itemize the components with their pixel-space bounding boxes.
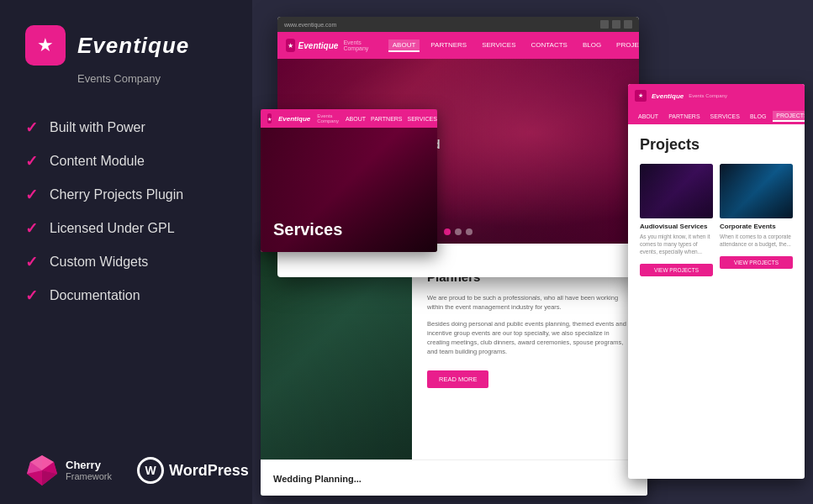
pn-partners[interactable]: PARTNERS [665, 112, 703, 121]
check-icon-0: ✓ [25, 118, 38, 137]
projects-body: Projects Audiovisual Services As you mig… [628, 124, 805, 288]
screenshot-projects: ★ Eventique Events Company ABOUT PARTNER… [628, 84, 805, 479]
ss-nav-partners[interactable]: PARTNERS [426, 39, 471, 52]
left-panel: ★ Eventique Events Company ✓ Built with … [0, 0, 252, 504]
project-btn-0[interactable]: VIEW PROJECTS [640, 264, 713, 276]
ss-company: Events Company [343, 39, 372, 51]
feature-item-1: ✓ Content Module [25, 152, 227, 171]
proj-brand: Eventique [652, 92, 684, 100]
project-desc-1: When it comes to a corporate attendance … [720, 233, 793, 248]
ss-icon-1 [600, 20, 609, 29]
pn-services[interactable]: SERVICES [707, 112, 743, 121]
feature-label-4: Custom Widgets [50, 255, 148, 270]
ss-nav-projects[interactable]: PROJECTS [612, 39, 639, 52]
check-icon-3: ✓ [25, 219, 38, 238]
project-btn-1[interactable]: VIEW PROJECTS [720, 256, 793, 269]
ss-icon-3 [624, 20, 632, 29]
services-bg: ★ Eventique Events Company ABOUT PARTNER… [261, 109, 437, 252]
project-card-0: Audiovisual Services As you might know, … [640, 164, 713, 276]
services-nav: ★ Eventique Events Company ABOUT PARTNER… [261, 109, 437, 128]
cherry-diamond-icon [25, 454, 59, 487]
cherry-logo: Cherry Framework [25, 454, 112, 487]
projects-grid: Audiovisual Services As you might know, … [640, 164, 793, 276]
feature-item-0: ✓ Built with Power [25, 118, 227, 137]
project-thumb-dj [640, 164, 713, 218]
about-bottom: Wedding Planning... [261, 459, 647, 496]
ss-logo-box: ★ [286, 39, 295, 52]
dot-2[interactable] [455, 228, 462, 235]
check-icon-5: ✓ [25, 286, 38, 305]
ss-topbar: www.eventique.com [277, 17, 639, 32]
services-company: Events Company [317, 113, 339, 123]
about-para-2: Besides doing personal and public events… [427, 319, 632, 357]
feature-item-4: ✓ Custom Widgets [25, 253, 227, 271]
cherry-name: Cherry [66, 459, 112, 471]
about-bottom-title: Wedding Planning... [273, 474, 362, 484]
project-name-1: Corporate Events [720, 223, 793, 230]
check-icon-1: ✓ [25, 152, 38, 171]
screenshot-services: ★ Eventique Events Company ABOUT PARTNER… [261, 109, 437, 252]
cherry-text: Cherry Framework [66, 459, 112, 481]
brand-header: ★ Eventique [25, 25, 227, 66]
ss-nav-contacts[interactable]: CONTACTS [526, 39, 571, 52]
feature-label-2: Cherry Projects Plugin [50, 187, 183, 202]
about-para-1: We are proud to be such a professionals,… [427, 293, 632, 312]
feature-item-5: ✓ Documentation [25, 286, 227, 305]
ss-icon-2 [612, 20, 620, 29]
wp-circle-icon: W [137, 457, 164, 484]
pn-about[interactable]: ABOUT [635, 112, 662, 121]
feature-label-1: Content Module [50, 154, 145, 169]
ss-topbar-icons [600, 20, 632, 29]
check-icon-2: ✓ [25, 186, 38, 204]
ss-nav-blog[interactable]: BLOG [578, 39, 605, 52]
wordpress-text: WordPress [169, 462, 249, 480]
services-brand: Eventique [278, 115, 310, 123]
proj-nav-logo: ★ [635, 90, 647, 102]
services-nav-items: ABOUT PARTNERS SERVICES [346, 116, 437, 122]
brand-name: Eventique [77, 33, 189, 59]
ss-url-text: www.eventique.com [284, 22, 336, 28]
ss-nav-about[interactable]: ABOUT [388, 39, 420, 52]
star-icon: ★ [37, 34, 54, 56]
srv-nav-services[interactable]: SERVICES [408, 116, 437, 122]
proj-company: Events Company [689, 93, 727, 98]
proj-nav-2: ABOUT PARTNERS SERVICES BLOG PROJECTS CO… [628, 108, 805, 124]
brand-icon: ★ [25, 25, 66, 66]
project-card-1: Corporate Events When it comes to a corp… [720, 164, 793, 276]
srv-nav-partners[interactable]: PARTNERS [371, 116, 402, 122]
feature-item-3: ✓ Licensed Under GPL [25, 219, 227, 238]
ss-nav-services[interactable]: SERVICES [478, 39, 520, 52]
hero-dots [444, 228, 472, 235]
pn-projects[interactable]: PROJECTS [773, 111, 805, 122]
footer-logos: Cherry Framework W WordPress [25, 454, 227, 487]
ss-brand: Eventique [298, 41, 339, 50]
services-title: Services [273, 220, 425, 239]
feature-label-5: Documentation [50, 288, 140, 303]
services-logo: ★ [267, 113, 272, 123]
feature-label-3: Licensed Under GPL [50, 221, 175, 236]
dot-3[interactable] [466, 228, 472, 235]
feature-item-2: ✓ Cherry Projects Plugin [25, 186, 227, 204]
feature-label-0: Built with Power [50, 120, 145, 135]
brand-tagline: Events Company [77, 72, 227, 85]
about-read-more-button[interactable]: READ MORE [427, 370, 488, 388]
pn-blog[interactable]: BLOG [747, 112, 769, 121]
projects-nav: ★ Eventique Events Company [628, 84, 805, 108]
check-icon-4: ✓ [25, 253, 38, 271]
dot-1[interactable] [444, 228, 451, 235]
project-name-0: Audiovisual Services [640, 223, 713, 230]
project-desc-0: As you might know, it when it comes to m… [640, 233, 713, 255]
project-thumb-party [720, 164, 793, 218]
cherry-framework: Framework [66, 471, 112, 481]
features-list: ✓ Built with Power ✓ Content Module ✓ Ch… [25, 118, 227, 437]
ss-logo: ★ Eventique Events Company [286, 39, 373, 52]
ss-nav-items: ABOUT PARTNERS SERVICES CONTACTS BLOG PR… [388, 39, 639, 52]
srv-nav-about[interactable]: ABOUT [346, 116, 366, 122]
right-panel: www.eventique.com ★ Eventique Events Com… [252, 0, 813, 504]
wordpress-logo: W WordPress [137, 457, 249, 484]
ss-navbar: ★ Eventique Events Company ABOUT PARTNER… [277, 32, 639, 59]
projects-heading: Projects [640, 136, 793, 154]
